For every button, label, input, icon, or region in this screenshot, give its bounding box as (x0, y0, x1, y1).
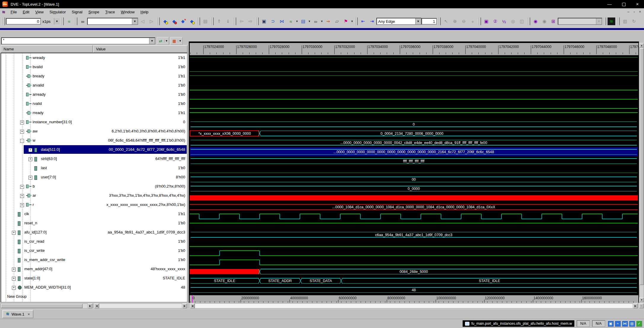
signal-row-is_mem_addr_csr_write[interactable]: is_mem_addr_csr_write1'b0 (1, 255, 187, 265)
zoom-fit-button[interactable]: ▣ (482, 17, 490, 25)
time-input[interactable]: 0 (6, 18, 41, 25)
expand-icon[interactable]: + (12, 268, 16, 271)
grid-button[interactable]: ⊞ (549, 17, 557, 25)
list-button[interactable]: ▤ (299, 17, 307, 25)
signal-row-clk[interactable]: clk1'b1 (1, 209, 187, 219)
signal-row-arvalid[interactable]: arvalid1'b0 (1, 81, 187, 90)
status-schematic-icon[interactable]: ⋈ (622, 321, 628, 327)
menu-trace[interactable]: Trace (102, 9, 118, 15)
zoom-2x-button[interactable]: ② (491, 17, 499, 25)
zoom-pair-button[interactable]: ◫ (518, 17, 526, 25)
expand-icon[interactable]: + (28, 148, 32, 152)
console-button[interactable]: ▣ (260, 17, 268, 25)
expand-icon[interactable]: + (12, 231, 16, 235)
signal-row-state10[interactable]: +state[1:0]STATE_IDLE (1, 274, 187, 283)
signal-row-ar[interactable]: +ar3'hxx,3'hx,2'hx,1'bx,4'hx,3'hx,8'hxx,… (1, 191, 187, 200)
value-column-header[interactable]: Value (93, 45, 188, 53)
signal-row-reset_n[interactable]: reset_n1'b0 (1, 219, 187, 228)
find-prev-button[interactable]: ◁ (138, 17, 147, 25)
close-button[interactable]: × (636, 1, 639, 7)
signal-row-b[interactable]: +b(8'h00,2'hx,8'h00) (1, 182, 187, 191)
signal-row-instance_number310[interactable]: +instance_number[31:0]0 (1, 118, 187, 127)
wave-vscroll-up[interactable]: ▲ (639, 43, 644, 48)
signal-row-aw[interactable]: +aw6,2'h0,1'b0,4'h0,3'h0,8'h00,4'h0,4'h0… (1, 127, 187, 136)
watch-button[interactable]: ∞ (311, 17, 320, 25)
gate-button[interactable]: ⊃ (269, 17, 277, 25)
mdi-minimize-button[interactable]: – (627, 10, 629, 14)
name-column-header[interactable]: Name (1, 45, 93, 53)
status-console-icon[interactable]: ▣ (608, 321, 614, 327)
wave-vscroll-down[interactable]: ▼ (639, 297, 644, 302)
expand-icon[interactable]: + (20, 185, 24, 189)
menu-file[interactable]: File (8, 9, 20, 15)
value-hscrollbar-right[interactable]: ▶ (182, 303, 187, 308)
mdi-restore-button[interactable]: ▫ (634, 10, 635, 14)
value-hscrollbar-track[interactable] (99, 303, 182, 308)
path-button[interactable]: ⇝ (324, 17, 332, 25)
pan-button[interactable]: + (469, 17, 477, 25)
signal-row-last[interactable]: last1'b0 (1, 164, 187, 173)
signal-row-w[interactable]: -w06f_6c6c_6548,64'hffff_ffff_ffff_ffff,… (1, 136, 187, 145)
trace-clear-button[interactable]: ◆× (179, 17, 187, 25)
expand-icon[interactable]: + (12, 277, 16, 281)
window-config-button[interactable]: ▥ (621, 17, 629, 25)
expand-icon[interactable]: + (28, 176, 32, 180)
chevron-down-icon[interactable]: ▼ (132, 18, 138, 24)
wave-button-dropdown[interactable]: ▼ (295, 17, 299, 25)
wave-active-button[interactable]: ≋ (607, 17, 616, 25)
find-button[interactable]: ∞ (79, 17, 87, 25)
expand-icon[interactable]: + (20, 121, 24, 124)
grid-combo[interactable]: ▼ (558, 18, 602, 25)
signal-row-afu_id1270[interactable]: +afu_id[127:0]aa_954a_9b91_4a37_abc1_1d9… (1, 228, 187, 237)
status-list-icon[interactable]: ▤ (629, 321, 635, 327)
edge-type-combo[interactable]: Any Edge▼ (376, 18, 421, 25)
forward-button[interactable]: ⇨ (246, 17, 255, 25)
zoom-prev-button[interactable]: ◉ (531, 17, 540, 25)
zoom-sel-button[interactable]: ◎ (509, 17, 517, 25)
signal-row-data5110[interactable]: +data[511:0]00_0000_2164_6c72_6f77_206f_… (1, 145, 187, 154)
chevron-down-icon[interactable]: ▼ (178, 39, 182, 42)
trace-drivers-button[interactable]: ◆ (161, 17, 169, 25)
name-hscrollbar-right[interactable]: ▶ (88, 303, 92, 308)
wave-hscrollbar-track[interactable] (195, 303, 633, 308)
wave-hscrollbar-left[interactable]: ◀ (190, 303, 195, 308)
signal-row-rvalid[interactable]: rvalid1'b0 (1, 99, 187, 108)
signal-filter-value[interactable]: * (2, 38, 149, 44)
schematic-button[interactable]: ⋈ (278, 17, 286, 25)
time-cursor[interactable] (192, 295, 193, 304)
stack-down-button[interactable]: ⇓ (224, 17, 232, 25)
menu-signal[interactable]: Signal (69, 9, 85, 15)
wave-button[interactable]: ≈ (287, 17, 295, 25)
next-edge-button[interactable]: ⇥ (368, 17, 376, 25)
signal-row-strb630[interactable]: +strb[63:0]64'hffff_ffff_ffff_ffff (1, 154, 187, 164)
collapse-icon[interactable]: - (20, 139, 24, 143)
signal-row-bvalid[interactable]: bvalid1'b0 (1, 63, 187, 72)
menu-view[interactable]: View (32, 9, 47, 15)
chevron-down-icon[interactable]: ▼ (415, 18, 421, 24)
menu-help[interactable]: Help (138, 9, 151, 15)
expand-icon[interactable]: + (12, 286, 16, 290)
value-hscrollbar-left[interactable]: ◀ (94, 303, 99, 308)
signal-row-mem_addr470[interactable]: +mem_addr[47:0]48'hxxxx_xxxx_xxxx (1, 265, 187, 274)
menu-window[interactable]: Window (118, 9, 138, 15)
chevron-down-icon[interactable]: ▼ (596, 18, 602, 24)
signal-filter-combo[interactable]: * ▼ (1, 37, 155, 44)
watch-button-dropdown[interactable]: ▼ (320, 17, 324, 25)
signal-row-bready[interactable]: bready1'b1 (1, 72, 187, 81)
signal-row-r[interactable]: +rx_xxxx_xxxx_xxxx_xxxx_xxxx,2'hx,8'h00,… (1, 200, 187, 209)
expand-icon[interactable]: + (20, 130, 24, 134)
signal-row-is_csr_write[interactable]: is_csr_write1'b0 (1, 246, 187, 255)
minimize-button[interactable]: — (607, 1, 612, 7)
edge-type-combo-value[interactable]: Any Edge (377, 19, 415, 24)
signal-row-rready[interactable]: rready1'b1 (1, 108, 187, 118)
back-button[interactable]: ⇦ (237, 17, 246, 25)
trace-loads-button[interactable]: ◆ (170, 17, 178, 25)
signal-row-arready[interactable]: arready1'b0 (1, 90, 187, 99)
expand-signals-button[interactable]: ⇄▼ (157, 37, 169, 45)
wave-fit-button[interactable]: ≈ (639, 303, 644, 308)
stack-up-button[interactable]: ⇑ (215, 17, 223, 25)
signal-row-MEM_ADDR_WIDTH310[interactable]: +MEM_ADDR_WIDTH[31:0]48 (1, 283, 187, 292)
wave-config-button[interactable]: ▦▼ (170, 37, 183, 45)
chevron-down-icon[interactable]: ▼ (54, 18, 60, 25)
signal-row-is_csr_read[interactable]: is_csr_read1'b0 (1, 237, 187, 246)
